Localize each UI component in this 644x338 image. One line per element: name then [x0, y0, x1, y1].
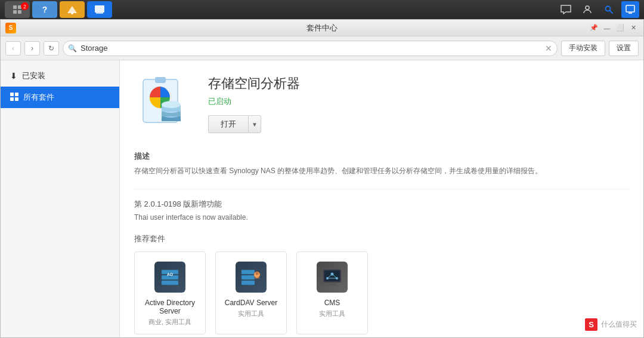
version-content: Thai user interface is now available. — [134, 213, 629, 222]
open-button[interactable]: 打开 — [208, 115, 248, 133]
search-global-icon[interactable] — [600, 1, 618, 18]
svg-rect-11 — [628, 13, 632, 14]
minimize-button[interactable]: — — [602, 23, 612, 33]
sidebar-item-all-packages[interactable]: 所有套件 — [1, 87, 119, 108]
svg-rect-5 — [95, 5, 104, 13]
sidebar: ⬇ 已安装 所有套件 — [1, 60, 120, 337]
svg-rect-2 — [13, 10, 17, 14]
restore-button[interactable]: ⬜ — [615, 23, 626, 33]
rec-ad-category: 商业, 实用工具 — [148, 318, 191, 327]
cms-icon — [317, 262, 348, 293]
open-button-group: 打开 ▼ — [208, 115, 629, 133]
svg-rect-32 — [242, 270, 255, 274]
divider — [134, 189, 629, 189]
sidebar-item-installed-label: 已安装 — [22, 70, 45, 81]
forward-button[interactable]: › — [24, 41, 40, 56]
ad-server-icon: AD — [154, 262, 185, 293]
rec-carddav-category: 实用工具 — [238, 309, 264, 318]
sidebar-item-all-label: 所有套件 — [23, 92, 54, 103]
window-controls: 📌 — ⬜ ✕ — [589, 23, 639, 33]
version-title: 第 2.0.1-0198 版新增功能 — [134, 199, 629, 210]
download-icon: ⬇ — [10, 71, 17, 81]
taskbar: ? — [0, 0, 644, 19]
content-area: 存储空间分析器 已启动 打开 ▼ 描述 存储空间分析器可以快速查看 Synolo… — [120, 60, 643, 337]
window-titlebar: S 套件中心 📌 — ⬜ ✕ — [1, 20, 643, 36]
rec-carddav-name: CardDAV Server — [225, 299, 277, 307]
svg-rect-3 — [18, 10, 21, 14]
svg-rect-34 — [242, 281, 255, 285]
svg-text:AD: AD — [167, 272, 173, 276]
rec-item-cms[interactable]: CMS 实用工具 — [296, 251, 368, 334]
toolbar: ‹ › ↻ 🔍 ✕ 手动安装 设置 — [1, 36, 643, 60]
desktop-icon[interactable] — [621, 1, 639, 18]
svg-rect-13 — [15, 93, 18, 96]
carddav-icon — [236, 262, 267, 293]
sidebar-item-installed[interactable]: ⬇ 已安装 — [1, 65, 119, 87]
app-icon — [134, 75, 194, 134]
svg-rect-17 — [155, 77, 166, 83]
app-name: 存储空间分析器 — [208, 75, 629, 93]
app-header: 存储空间分析器 已启动 打开 ▼ — [134, 75, 629, 134]
manual-install-button[interactable]: 手动安装 — [561, 41, 605, 56]
svg-rect-12 — [10, 93, 14, 96]
svg-rect-1 — [18, 5, 21, 9]
rec-cms-name: CMS — [324, 299, 340, 307]
search-input[interactable] — [80, 44, 541, 53]
recommended-title: 推荐套件 — [134, 233, 629, 244]
taskbar-help-icon[interactable]: ? — [32, 1, 57, 18]
description-content: 存储空间分析器可以快速查看 Synology NAS 的整体使用率趋势、创建和管… — [134, 165, 629, 177]
search-box: 🔍 ✕ — [63, 41, 558, 56]
svg-point-36 — [256, 272, 259, 275]
synology-logo: S — [5, 23, 16, 33]
svg-rect-14 — [10, 97, 14, 101]
rec-item-carddav[interactable]: CardDAV Server 实用工具 — [215, 251, 287, 334]
refresh-button[interactable]: ↻ — [44, 41, 59, 56]
svg-rect-45 — [330, 282, 335, 284]
svg-rect-15 — [15, 97, 18, 101]
rec-item-ad[interactable]: AD Active Directory Server 商业, 实用工具 — [134, 251, 206, 334]
app-info: 存储空间分析器 已启动 打开 ▼ — [208, 75, 629, 133]
svg-rect-10 — [626, 5, 634, 12]
svg-rect-0 — [13, 5, 17, 9]
back-button[interactable]: ‹ — [5, 41, 21, 56]
svg-line-9 — [610, 11, 613, 14]
window-title: 套件中心 — [306, 23, 338, 33]
svg-rect-6 — [96, 13, 103, 14]
app-status: 已启动 — [208, 96, 629, 107]
taskbar-app1-icon[interactable] — [60, 1, 85, 18]
svg-point-26 — [162, 101, 181, 108]
user-icon[interactable] — [578, 1, 596, 18]
settings-button[interactable]: 设置 — [609, 41, 639, 56]
svg-point-4 — [71, 12, 73, 14]
main-layout: ⬇ 已安装 所有套件 — [1, 60, 643, 337]
svg-point-7 — [586, 6, 589, 10]
rec-cms-category: 实用工具 — [319, 309, 345, 318]
recommended-list: AD Active Directory Server 商业, 实用工具 — [134, 251, 629, 334]
search-clear-icon[interactable]: ✕ — [545, 44, 552, 53]
taskbar-right-area — [557, 1, 639, 18]
taskbar-app2-icon[interactable] — [87, 1, 112, 18]
svg-rect-33 — [242, 275, 255, 279]
description-title: 描述 — [134, 151, 629, 162]
package-center-window: S 套件中心 📌 — ⬜ ✕ ‹ › ↻ 🔍 ✕ 手动安装 设置 ⬇ 已安装 — [0, 19, 644, 338]
svg-rect-29 — [162, 281, 178, 285]
rec-ad-name: Active Directory Server — [140, 299, 200, 315]
close-button[interactable]: ✕ — [628, 23, 639, 33]
open-dropdown-button[interactable]: ▼ — [248, 115, 261, 133]
chat-icon[interactable] — [557, 1, 575, 18]
pin-button[interactable]: 📌 — [589, 23, 599, 33]
grid-icon — [10, 93, 18, 103]
svg-rect-38 — [324, 271, 340, 281]
search-icon: 🔍 — [68, 44, 77, 53]
svg-rect-46 — [328, 284, 336, 285]
taskbar-system-icon[interactable] — [5, 1, 30, 18]
